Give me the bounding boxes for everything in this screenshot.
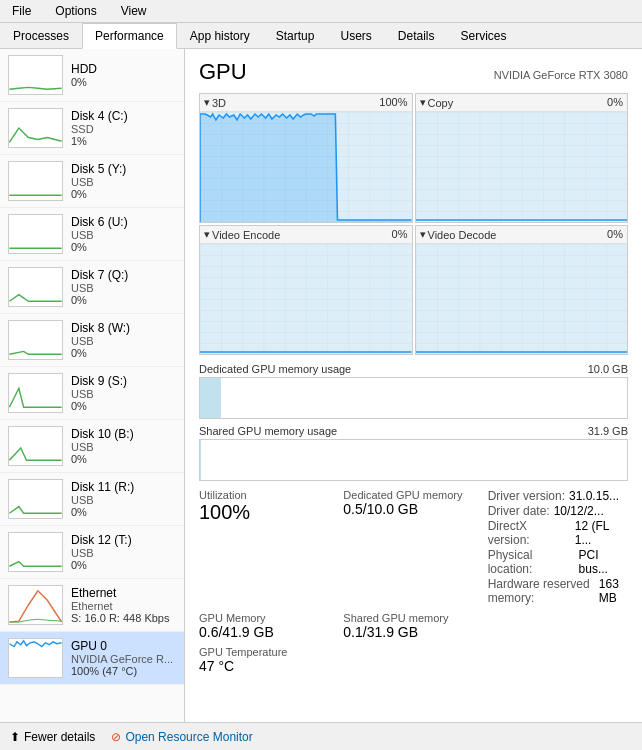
sidebar-title-disk11: Disk 11 (R:) (71, 480, 176, 494)
stat-shared-mem: Shared GPU memory 0.1/31.9 GB (343, 612, 483, 640)
phys-loc-label: Physical location: (488, 548, 575, 576)
sidebar-thumb-disk7 (8, 267, 63, 307)
sidebar-info-disk6: Disk 6 (U:) USB 0% (71, 215, 176, 253)
sidebar: HDD 0% Disk 4 (C:) SSD 1% Disk 5 (Y:) US… (0, 49, 185, 745)
shared-memory-label-row: Shared GPU memory usage 31.9 GB (199, 423, 628, 439)
chart-box-encode: ▾ Video Encode 0% (199, 225, 413, 355)
sidebar-info-disk5: Disk 5 (Y:) USB 0% (71, 162, 176, 200)
sidebar-thumb-disk8 (8, 320, 63, 360)
shared-memory-section: Shared GPU memory usage 31.9 GB (199, 423, 628, 481)
sidebar-thumb-disk9 (8, 373, 63, 413)
sidebar-pct-disk4: 1% (71, 135, 176, 147)
directx-row: DirectX version: 12 (FL 1... (488, 519, 628, 547)
stat-gpu-mem: GPU Memory 0.6/41.9 GB (199, 612, 339, 640)
sidebar-item-disk12[interactable]: Disk 12 (T:) USB 0% (0, 526, 184, 579)
gpu-name: NVIDIA GeForce RTX 3080 (494, 69, 628, 81)
stat-gpu-mem-label: GPU Memory (199, 612, 339, 624)
stat-gpu-mem-value: 0.6/41.9 GB (199, 624, 339, 640)
fewer-details-label: Fewer details (24, 730, 95, 744)
tab-processes[interactable]: Processes (0, 23, 82, 48)
driver-date-value: 10/12/2... (554, 504, 604, 518)
sidebar-item-disk6[interactable]: Disk 6 (U:) USB 0% (0, 208, 184, 261)
dedicated-memory-bar (199, 377, 628, 419)
menu-file[interactable]: File (8, 2, 35, 20)
sidebar-info-gpu0: GPU 0 NVIDIA GeForce R... 100% (47 °C) (71, 639, 176, 677)
hw-reserved-value: 163 MB (599, 577, 628, 605)
shared-memory-label: Shared GPU memory usage (199, 425, 337, 437)
chart-area-decode (416, 244, 628, 354)
sidebar-item-disk7[interactable]: Disk 7 (Q:) USB 0% (0, 261, 184, 314)
stat-gpu-temp: GPU Temperature 47 °C (199, 646, 339, 674)
tab-startup[interactable]: Startup (263, 23, 328, 48)
sidebar-title-disk5: Disk 5 (Y:) (71, 162, 176, 176)
sidebar-pct-disk10: 0% (71, 453, 176, 465)
sidebar-title-ethernet: Ethernet (71, 586, 176, 600)
sidebar-sub-disk4: SSD (71, 123, 176, 135)
tab-performance[interactable]: Performance (82, 23, 177, 49)
sidebar-thumb-disk12 (8, 532, 63, 572)
sidebar-item-disk11[interactable]: Disk 11 (R:) USB 0% (0, 473, 184, 526)
sidebar-thumb-disk5 (8, 161, 63, 201)
sidebar-item-hdd[interactable]: HDD 0% (0, 49, 184, 102)
stat-dedicated-mem-value: 0.5/10.0 GB (343, 501, 483, 517)
stat-utilization: Utilization 100% (199, 489, 339, 606)
menu-bar: File Options View (0, 0, 642, 23)
sidebar-sub-disk9: USB (71, 388, 176, 400)
driver-version-value: 31.0.15... (569, 489, 619, 503)
tab-services[interactable]: Services (448, 23, 520, 48)
sidebar-item-disk4[interactable]: Disk 4 (C:) SSD 1% (0, 102, 184, 155)
sidebar-pct-disk5: 0% (71, 188, 176, 200)
stat-dedicated-mem-label: Dedicated GPU memory (343, 489, 483, 501)
shared-memory-bar (199, 439, 628, 481)
shared-memory-fill (200, 440, 201, 480)
sidebar-pct-gpu0: 100% (47 °C) (71, 665, 176, 677)
sidebar-item-disk10[interactable]: Disk 10 (B:) USB 0% (0, 420, 184, 473)
sidebar-item-gpu0[interactable]: GPU 0 NVIDIA GeForce R... 100% (47 °C) (0, 632, 184, 685)
charts-grid: ▾ 3D 100% (199, 93, 628, 355)
sidebar-info-disk7: Disk 7 (Q:) USB 0% (71, 268, 176, 306)
content-header: GPU NVIDIA GeForce RTX 3080 (199, 59, 628, 85)
stat-shared-mem-label: Shared GPU memory (343, 612, 483, 624)
main-layout: HDD 0% Disk 4 (C:) SSD 1% Disk 5 (Y:) US… (0, 49, 642, 745)
sidebar-item-disk5[interactable]: Disk 5 (Y:) USB 0% (0, 155, 184, 208)
hw-reserved-label: Hardware reserved memory: (488, 577, 595, 605)
dedicated-memory-max: 10.0 GB (588, 363, 628, 375)
sidebar-info-disk10: Disk 10 (B:) USB 0% (71, 427, 176, 465)
sidebar-sub-disk10: USB (71, 441, 176, 453)
sidebar-title-disk9: Disk 9 (S:) (71, 374, 176, 388)
sidebar-thumb-disk6 (8, 214, 63, 254)
driver-date-label: Driver date: (488, 504, 550, 518)
fewer-details-button[interactable]: ⬆ Fewer details (10, 730, 95, 744)
sidebar-pct-ethernet: S: 16.0 R: 448 Kbps (71, 612, 176, 624)
sidebar-item-ethernet[interactable]: Ethernet Ethernet S: 16.0 R: 448 Kbps (0, 579, 184, 632)
sidebar-item-disk8[interactable]: Disk 8 (W:) USB 0% (0, 314, 184, 367)
tab-app-history[interactable]: App history (177, 23, 263, 48)
hw-reserved-row: Hardware reserved memory: 163 MB (488, 577, 628, 605)
sidebar-title-disk10: Disk 10 (B:) (71, 427, 176, 441)
tab-users[interactable]: Users (327, 23, 384, 48)
phys-loc-row: Physical location: PCI bus... (488, 548, 628, 576)
sidebar-info-disk11: Disk 11 (R:) USB 0% (71, 480, 176, 518)
dedicated-memory-label: Dedicated GPU memory usage (199, 363, 351, 375)
sidebar-item-disk9[interactable]: Disk 9 (S:) USB 0% (0, 367, 184, 420)
sidebar-title-disk8: Disk 8 (W:) (71, 321, 176, 335)
svg-rect-8 (416, 244, 628, 354)
sidebar-info-hdd: HDD 0% (71, 62, 176, 88)
stat-utilization-label: Utilization (199, 489, 339, 501)
chart-label-decode: ▾ Video Decode 0% (416, 226, 628, 244)
stat-driver-info: Driver version: 31.0.15... Driver date: … (488, 489, 628, 606)
dedicated-memory-fill (200, 378, 221, 418)
menu-view[interactable]: View (117, 2, 151, 20)
driver-date-row: Driver date: 10/12/2... (488, 504, 628, 518)
sidebar-sub-disk7: USB (71, 282, 176, 294)
phys-loc-value: PCI bus... (579, 548, 628, 576)
sidebar-title-gpu0: GPU 0 (71, 639, 176, 653)
tab-details[interactable]: Details (385, 23, 448, 48)
sidebar-pct-disk12: 0% (71, 559, 176, 571)
open-resource-monitor-button[interactable]: ⊘ Open Resource Monitor (111, 730, 252, 744)
sidebar-pct-disk9: 0% (71, 400, 176, 412)
chart-box-decode: ▾ Video Decode 0% (415, 225, 629, 355)
menu-options[interactable]: Options (51, 2, 100, 20)
stats-section: Utilization 100% Dedicated GPU memory 0.… (199, 489, 628, 674)
stat-gpu-temp-label: GPU Temperature (199, 646, 339, 658)
